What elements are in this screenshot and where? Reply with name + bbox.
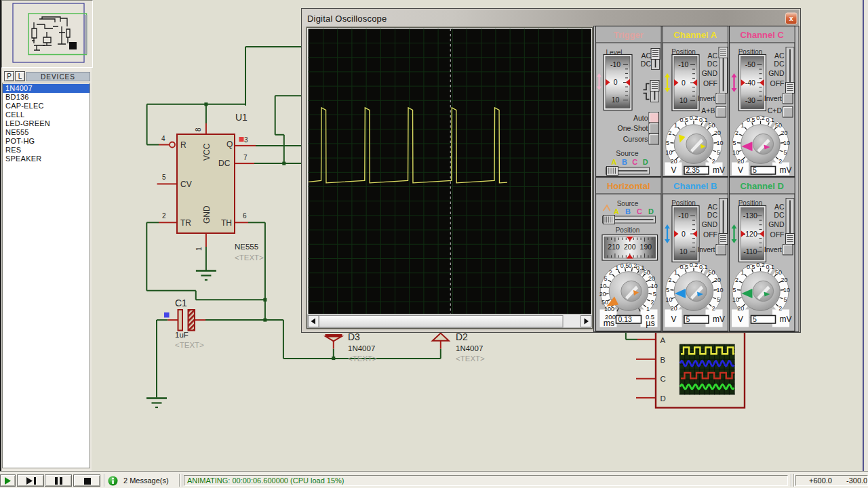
svg-text:Invert: Invert: [697, 94, 715, 102]
svg-text:D: D: [648, 207, 654, 216]
svg-text:5: 5: [753, 315, 757, 323]
svg-text:20: 20: [714, 277, 721, 283]
svg-text:mV: mV: [780, 314, 792, 324]
svg-text:5: 5: [666, 287, 669, 293]
svg-text:4: 4: [161, 135, 165, 142]
svg-text:10: 10: [665, 296, 672, 303]
svg-text:-40: -40: [745, 79, 755, 87]
svg-text:Horizontal: Horizontal: [607, 181, 650, 191]
svg-text:0.5: 0.5: [680, 117, 689, 123]
svg-text:-10: -10: [610, 60, 620, 68]
svg-text:5: 5: [717, 296, 720, 303]
svg-text:TR: TR: [180, 218, 191, 228]
svg-text:0.1: 0.1: [699, 264, 708, 270]
svg-text:0.2: 0.2: [690, 262, 698, 268]
svg-text:U1: U1: [235, 112, 248, 123]
svg-text:50: 50: [708, 269, 715, 276]
svg-text:AC: AC: [707, 52, 717, 60]
svg-text:AC: AC: [774, 52, 785, 60]
svg-text:<TEXT>: <TEXT>: [456, 354, 485, 363]
svg-text:10: 10: [651, 283, 658, 289]
svg-text:NE555: NE555: [235, 243, 258, 251]
svg-text:20: 20: [599, 291, 606, 298]
svg-text:20: 20: [781, 129, 787, 136]
svg-text:0.2: 0.2: [690, 115, 698, 121]
svg-text:5: 5: [666, 140, 669, 146]
svg-text:0.13: 0.13: [618, 315, 633, 323]
svg-text:DC: DC: [774, 60, 785, 68]
svg-text:ms: ms: [604, 319, 615, 328]
svg-text:One-Shot: One-Shot: [618, 124, 648, 132]
svg-text:0: 0: [682, 230, 686, 238]
svg-text:A: A: [660, 336, 666, 344]
svg-text:2: 2: [609, 269, 612, 276]
svg-text:-130: -130: [743, 211, 757, 220]
svg-text:B: B: [622, 158, 627, 166]
svg-text:D3: D3: [348, 331, 360, 342]
svg-text:1: 1: [195, 247, 203, 251]
svg-text:2: 2: [669, 277, 672, 283]
svg-text:OFF: OFF: [703, 230, 717, 239]
svg-text:10: 10: [732, 149, 739, 156]
svg-text:210: 210: [608, 243, 620, 251]
svg-text:50: 50: [708, 122, 715, 129]
svg-text:GND: GND: [768, 220, 785, 228]
svg-text:1: 1: [741, 269, 744, 276]
svg-text:A: A: [612, 158, 617, 166]
svg-text:-120: -120: [743, 230, 757, 238]
svg-text:Channel A: Channel A: [673, 30, 717, 40]
svg-text:GND: GND: [702, 69, 718, 77]
svg-text:-10: -10: [678, 211, 688, 220]
svg-text:20: 20: [671, 305, 677, 312]
svg-text:10: 10: [665, 149, 672, 156]
svg-text:0.2: 0.2: [756, 262, 765, 268]
svg-text:C: C: [632, 158, 637, 166]
svg-text:Channel B: Channel B: [673, 181, 717, 191]
svg-text:AC: AC: [774, 203, 785, 211]
svg-text:-10: -10: [678, 60, 688, 68]
svg-text:AC: AC: [707, 203, 717, 211]
svg-text:8: 8: [195, 127, 202, 131]
svg-text:C+D: C+D: [768, 106, 783, 115]
svg-text:1N4007: 1N4007: [348, 344, 375, 352]
svg-text:B: B: [625, 207, 631, 216]
svg-text:2: 2: [712, 305, 715, 312]
svg-text:10: 10: [599, 283, 606, 289]
svg-text:2: 2: [778, 305, 782, 312]
svg-text:20: 20: [714, 129, 721, 136]
svg-text:3: 3: [244, 136, 248, 144]
svg-text:C: C: [660, 375, 666, 383]
svg-text:10: 10: [716, 287, 723, 293]
svg-text:2: 2: [669, 129, 672, 136]
svg-text:mV: mV: [713, 165, 725, 175]
svg-text:0: 0: [682, 79, 686, 87]
svg-text:V: V: [738, 314, 743, 324]
svg-text:20: 20: [648, 275, 655, 282]
svg-text:A: A: [614, 207, 619, 216]
svg-text:1: 1: [741, 122, 744, 129]
svg-text:Auto: Auto: [633, 114, 648, 122]
svg-text:AC: AC: [641, 52, 651, 60]
svg-text:-50: -50: [745, 60, 755, 68]
svg-text:Position: Position: [616, 226, 640, 234]
svg-text:10: 10: [612, 96, 620, 104]
svg-text:OFF: OFF: [703, 79, 717, 87]
svg-text:GND: GND: [702, 220, 718, 228]
svg-text:5: 5: [733, 140, 736, 146]
svg-text:Trigger: Trigger: [614, 30, 644, 40]
svg-text:5: 5: [753, 166, 757, 174]
svg-text:<TEXT>: <TEXT>: [235, 253, 264, 262]
svg-text:C: C: [637, 207, 642, 216]
svg-text:100: 100: [604, 306, 614, 312]
svg-text:-110: -110: [743, 247, 757, 256]
svg-text:6: 6: [243, 212, 247, 220]
svg-text:5: 5: [162, 174, 166, 181]
svg-text:Cursors: Cursors: [623, 135, 648, 143]
svg-text:10: 10: [716, 140, 723, 146]
svg-text:7: 7: [243, 154, 248, 161]
svg-text:VCC: VCC: [202, 143, 212, 161]
svg-text:20: 20: [671, 158, 677, 165]
svg-text:2.35: 2.35: [686, 166, 701, 174]
svg-text:5: 5: [653, 291, 656, 298]
svg-text:10: 10: [679, 247, 688, 256]
